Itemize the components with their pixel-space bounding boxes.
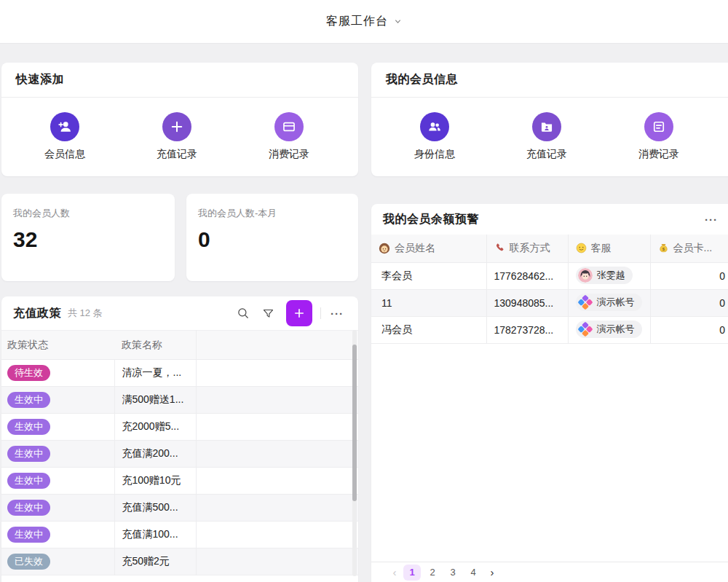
- member-info-header: 我的会员信息: [371, 63, 728, 98]
- agent-pill[interactable]: 演示帐号: [576, 321, 642, 338]
- member-identity-label: 身份信息: [414, 148, 455, 161]
- table-row[interactable]: 生效中 充100赠10元: [1, 468, 358, 495]
- balance-warning-card: 我的会员余额预警 ··· 会员姓名 联系方式: [371, 204, 728, 582]
- folder-user-icon: [532, 112, 561, 141]
- status-badge: 生效中: [7, 446, 50, 462]
- quick-add-member-info[interactable]: 会员信息: [9, 112, 121, 161]
- more-options-icon[interactable]: ···: [326, 307, 348, 320]
- column-header-status[interactable]: 政策状态: [1, 331, 114, 360]
- table-row[interactable]: 冯会员 178273728... 演示帐号 0: [371, 316, 728, 343]
- phone-cell: 178273728...: [486, 316, 568, 343]
- status-badge: 生效中: [7, 527, 50, 543]
- table-row[interactable]: 生效中 充值满100...: [1, 522, 358, 548]
- policy-name-cell: 充值满200...: [114, 441, 196, 468]
- page-next-icon[interactable]: ›: [485, 566, 499, 578]
- policy-name-cell: 充2000赠5...: [114, 414, 196, 441]
- table-row[interactable]: 生效中 满500赠送1...: [1, 387, 358, 414]
- policy-table-card: 充值政策 共 12 条 ··· 政策状态: [1, 296, 358, 582]
- member-info-title: 我的会员信息: [386, 72, 458, 87]
- table-row[interactable]: 生效中 充2000赠5...: [1, 414, 358, 441]
- table-row[interactable]: 生效中 充值满200...: [1, 441, 358, 468]
- card-balance-cell: 0: [650, 289, 728, 316]
- policy-table-title: 充值政策: [13, 306, 61, 321]
- stat-card-member-count: 我的会员人数 32: [1, 194, 175, 281]
- page-button-3[interactable]: 3: [444, 565, 462, 581]
- policy-table-header: 充值政策 共 12 条 ···: [1, 296, 358, 330]
- table-row[interactable]: 生效中 充值满500...: [1, 495, 358, 522]
- phone-icon: [494, 243, 505, 253]
- avatar-girl-icon: [578, 268, 593, 283]
- member-recharge-label: 充值记录: [526, 148, 567, 161]
- people-icon: [420, 112, 449, 141]
- policy-name-cell: 充50赠2元: [114, 548, 196, 575]
- quick-add-recharge-record[interactable]: 充值记录: [121, 112, 233, 161]
- column-header-member-name[interactable]: 会员姓名: [371, 235, 486, 262]
- card-icon: [274, 112, 304, 141]
- woman-icon: [379, 243, 390, 254]
- quick-add-card: 快速添加 会员信息 充值记录: [1, 63, 358, 176]
- member-name-cell: 李会员: [371, 262, 486, 289]
- balance-head-row: 会员姓名 联系方式 客服: [371, 235, 728, 262]
- plus-icon: [162, 112, 191, 141]
- policy-table-scrollbar[interactable]: [352, 330, 357, 576]
- member-name-cell: 11: [371, 289, 486, 316]
- app-header: 客服工作台: [0, 0, 728, 44]
- stat-label: 我的会员人数: [13, 207, 163, 220]
- workbench-page: 客服工作台 快速添加 会员信息 充值: [0, 0, 728, 582]
- calendar-icon: [644, 112, 673, 141]
- phone-cell: 177628462...: [486, 262, 568, 289]
- toolbar-divider: [320, 307, 321, 319]
- member-identity-info[interactable]: 身份信息: [379, 112, 491, 161]
- search-icon[interactable]: [231, 301, 256, 326]
- page-title[interactable]: 客服工作台: [326, 14, 388, 29]
- filter-icon[interactable]: [256, 301, 280, 326]
- scrollbar-thumb[interactable]: [352, 345, 357, 501]
- balance-title: 我的会员余额预警: [383, 212, 479, 227]
- member-recharge-record[interactable]: 充值记录: [491, 112, 603, 161]
- demo-logo-icon: [578, 295, 593, 310]
- column-header-contact[interactable]: 联系方式: [486, 235, 568, 262]
- policy-record-count: 共 12 条: [68, 307, 103, 320]
- card-balance-cell: 0: [650, 316, 728, 343]
- column-header-name[interactable]: 政策名称: [114, 331, 196, 360]
- add-record-button[interactable]: [286, 300, 312, 326]
- status-badge: 已失效: [7, 554, 50, 570]
- page-button-4[interactable]: 4: [464, 565, 482, 581]
- column-header-member-card[interactable]: $ 会员卡...: [650, 235, 728, 262]
- status-badge: 待生效: [7, 365, 50, 381]
- demo-logo-icon: [578, 322, 593, 337]
- table-row[interactable]: 李会员 177628462... 张雯越 0: [371, 262, 728, 289]
- page-button-1[interactable]: 1: [403, 565, 421, 581]
- balance-header: 我的会员余额预警 ···: [371, 204, 728, 235]
- policy-name-cell: 清凉一夏，...: [114, 360, 196, 387]
- stat-value: 32: [13, 227, 163, 252]
- member-consume-record[interactable]: 消费记录: [603, 112, 715, 161]
- more-options-icon[interactable]: ···: [700, 213, 722, 226]
- policy-name-cell: 满500赠送1...: [114, 387, 196, 414]
- policy-name-cell: 充值满500...: [114, 495, 196, 522]
- quick-add-consume-record[interactable]: 消费记录: [233, 112, 345, 161]
- column-header-empty: [196, 331, 358, 360]
- member-name-cell: 冯会员: [371, 316, 486, 343]
- quick-add-items: 会员信息 充值记录 消费记录: [1, 98, 345, 176]
- agent-pill[interactable]: 张雯越: [576, 267, 633, 284]
- phone-cell: 130948085...: [486, 289, 568, 316]
- quick-add-header: 快速添加: [1, 63, 358, 98]
- balance-table: 会员姓名 联系方式 客服: [371, 235, 728, 344]
- table-row[interactable]: 待生效 清凉一夏，...: [1, 360, 358, 387]
- agent-pill[interactable]: 演示帐号: [576, 294, 642, 311]
- status-badge: 生效中: [7, 419, 50, 435]
- chevron-down-icon[interactable]: [394, 17, 402, 25]
- status-badge: 生效中: [7, 392, 50, 408]
- person-add-icon: [50, 112, 79, 141]
- policy-name-cell: 充100赠10元: [114, 468, 196, 495]
- column-header-agent[interactable]: 客服: [568, 235, 650, 262]
- table-row[interactable]: 已失效 充50赠2元: [1, 548, 358, 575]
- pagination: ‹ 1 2 3 4 ›: [371, 562, 728, 582]
- page-prev-icon[interactable]: ‹: [387, 566, 402, 578]
- page-button-2[interactable]: 2: [424, 565, 441, 581]
- table-row[interactable]: 11 130948085... 演示帐号 0: [371, 289, 728, 316]
- member-info-card: 我的会员信息 身份信息 充值记录: [371, 63, 728, 176]
- quick-add-title: 快速添加: [16, 72, 64, 87]
- stat-value: 0: [198, 227, 347, 252]
